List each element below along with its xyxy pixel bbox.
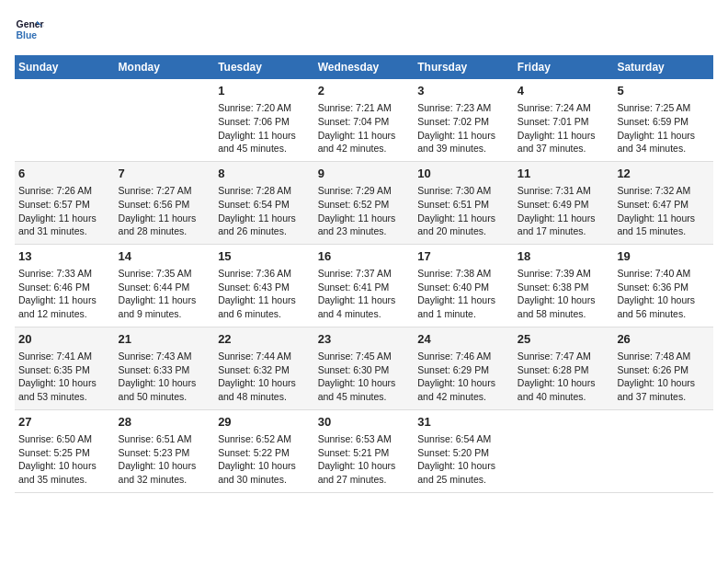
calendar-cell: 23Sunrise: 7:45 AM Sunset: 6:30 PM Dayli… bbox=[314, 327, 415, 409]
weekday-header: Wednesday bbox=[314, 55, 415, 79]
day-number: 19 bbox=[617, 248, 710, 265]
day-number: 12 bbox=[617, 166, 710, 182]
day-number: 16 bbox=[318, 248, 411, 265]
calendar-cell: 14Sunrise: 7:35 AM Sunset: 6:44 PM Dayli… bbox=[115, 244, 215, 327]
calendar-cell: 2Sunrise: 7:21 AM Sunset: 7:04 PM Daylig… bbox=[314, 79, 415, 161]
day-number: 22 bbox=[218, 331, 311, 348]
day-number: 25 bbox=[518, 331, 610, 348]
day-number: 13 bbox=[18, 248, 111, 265]
calendar-cell: 27Sunrise: 6:50 AM Sunset: 5:25 PM Dayli… bbox=[15, 409, 115, 492]
day-info: Sunrise: 7:33 AM Sunset: 6:46 PM Dayligh… bbox=[18, 267, 111, 321]
calendar-cell: 15Sunrise: 7:36 AM Sunset: 6:43 PM Dayli… bbox=[214, 244, 314, 327]
calendar-cell: 31Sunrise: 6:54 AM Sunset: 5:20 PM Dayli… bbox=[414, 409, 514, 492]
calendar-cell: 10Sunrise: 7:30 AM Sunset: 6:51 PM Dayli… bbox=[414, 161, 514, 244]
day-info: Sunrise: 7:29 AM Sunset: 6:52 PM Dayligh… bbox=[318, 184, 411, 238]
day-number: 15 bbox=[218, 248, 311, 265]
day-info: Sunrise: 7:31 AM Sunset: 6:49 PM Dayligh… bbox=[518, 184, 610, 238]
day-info: Sunrise: 7:27 AM Sunset: 6:56 PM Dayligh… bbox=[119, 184, 211, 238]
calendar-cell bbox=[514, 409, 614, 492]
calendar-cell: 5Sunrise: 7:25 AM Sunset: 6:59 PM Daylig… bbox=[613, 79, 713, 161]
calendar-cell: 8Sunrise: 7:28 AM Sunset: 6:54 PM Daylig… bbox=[214, 161, 314, 244]
day-info: Sunrise: 7:38 AM Sunset: 6:40 PM Dayligh… bbox=[417, 267, 510, 321]
day-number: 7 bbox=[119, 166, 211, 182]
weekday-header: Thursday bbox=[414, 55, 514, 79]
calendar-cell: 28Sunrise: 6:51 AM Sunset: 5:23 PM Dayli… bbox=[115, 409, 215, 492]
day-info: Sunrise: 6:50 AM Sunset: 5:25 PM Dayligh… bbox=[18, 432, 111, 487]
calendar-cell: 13Sunrise: 7:33 AM Sunset: 6:46 PM Dayli… bbox=[15, 244, 115, 327]
day-info: Sunrise: 7:36 AM Sunset: 6:43 PM Dayligh… bbox=[218, 267, 311, 321]
weekday-header: Sunday bbox=[15, 55, 115, 79]
day-info: Sunrise: 7:48 AM Sunset: 6:26 PM Dayligh… bbox=[617, 350, 710, 404]
day-info: Sunrise: 7:35 AM Sunset: 6:44 PM Dayligh… bbox=[119, 267, 211, 321]
calendar-cell: 25Sunrise: 7:47 AM Sunset: 6:28 PM Dayli… bbox=[514, 327, 614, 409]
day-number: 4 bbox=[518, 83, 610, 99]
day-info: Sunrise: 7:40 AM Sunset: 6:36 PM Dayligh… bbox=[617, 267, 710, 321]
day-number: 9 bbox=[318, 166, 411, 182]
calendar-cell: 1Sunrise: 7:20 AM Sunset: 7:06 PM Daylig… bbox=[214, 79, 314, 161]
calendar-cell: 24Sunrise: 7:46 AM Sunset: 6:29 PM Dayli… bbox=[414, 327, 514, 409]
calendar-cell: 16Sunrise: 7:37 AM Sunset: 6:41 PM Dayli… bbox=[314, 244, 415, 327]
calendar-cell: 3Sunrise: 7:23 AM Sunset: 7:02 PM Daylig… bbox=[414, 79, 514, 161]
day-info: Sunrise: 6:52 AM Sunset: 5:22 PM Dayligh… bbox=[218, 432, 311, 487]
day-info: Sunrise: 7:30 AM Sunset: 6:51 PM Dayligh… bbox=[417, 184, 510, 238]
day-info: Sunrise: 7:20 AM Sunset: 7:06 PM Dayligh… bbox=[218, 101, 311, 155]
svg-text:Blue: Blue bbox=[17, 30, 38, 40]
day-info: Sunrise: 7:21 AM Sunset: 7:04 PM Dayligh… bbox=[318, 101, 411, 155]
day-info: Sunrise: 6:53 AM Sunset: 5:21 PM Dayligh… bbox=[318, 432, 411, 487]
logo-icon: General Blue bbox=[15, 15, 44, 44]
calendar-cell: 18Sunrise: 7:39 AM Sunset: 6:38 PM Dayli… bbox=[514, 244, 614, 327]
day-info: Sunrise: 7:32 AM Sunset: 6:47 PM Dayligh… bbox=[617, 184, 710, 238]
day-info: Sunrise: 7:26 AM Sunset: 6:57 PM Dayligh… bbox=[18, 184, 111, 238]
day-number: 26 bbox=[617, 331, 710, 348]
day-number: 28 bbox=[119, 414, 211, 431]
calendar-week-row: 20Sunrise: 7:41 AM Sunset: 6:35 PM Dayli… bbox=[15, 327, 713, 409]
day-number: 5 bbox=[617, 83, 710, 99]
calendar-cell: 6Sunrise: 7:26 AM Sunset: 6:57 PM Daylig… bbox=[15, 161, 115, 244]
calendar-cell: 17Sunrise: 7:38 AM Sunset: 6:40 PM Dayli… bbox=[414, 244, 514, 327]
calendar-cell: 12Sunrise: 7:32 AM Sunset: 6:47 PM Dayli… bbox=[613, 161, 713, 244]
day-number: 6 bbox=[18, 166, 111, 182]
calendar-cell: 7Sunrise: 7:27 AM Sunset: 6:56 PM Daylig… bbox=[115, 161, 215, 244]
calendar-table: SundayMondayTuesdayWednesdayThursdayFrid… bbox=[15, 55, 713, 493]
day-info: Sunrise: 7:28 AM Sunset: 6:54 PM Dayligh… bbox=[218, 184, 311, 238]
day-number: 29 bbox=[218, 414, 311, 431]
day-number: 20 bbox=[18, 331, 111, 348]
calendar-week-row: 27Sunrise: 6:50 AM Sunset: 5:25 PM Dayli… bbox=[15, 409, 713, 492]
day-number: 21 bbox=[119, 331, 211, 348]
calendar-week-row: 6Sunrise: 7:26 AM Sunset: 6:57 PM Daylig… bbox=[15, 161, 713, 244]
day-info: Sunrise: 7:24 AM Sunset: 7:01 PM Dayligh… bbox=[518, 101, 610, 155]
calendar-cell: 22Sunrise: 7:44 AM Sunset: 6:32 PM Dayli… bbox=[214, 327, 314, 409]
day-number: 27 bbox=[18, 414, 111, 431]
calendar-cell: 30Sunrise: 6:53 AM Sunset: 5:21 PM Dayli… bbox=[314, 409, 415, 492]
day-number: 8 bbox=[218, 166, 311, 182]
day-number: 17 bbox=[417, 248, 510, 265]
day-number: 18 bbox=[518, 248, 610, 265]
calendar-cell: 19Sunrise: 7:40 AM Sunset: 6:36 PM Dayli… bbox=[613, 244, 713, 327]
calendar-cell: 29Sunrise: 6:52 AM Sunset: 5:22 PM Dayli… bbox=[214, 409, 314, 492]
day-info: Sunrise: 7:25 AM Sunset: 6:59 PM Dayligh… bbox=[617, 101, 710, 155]
calendar-week-row: 13Sunrise: 7:33 AM Sunset: 6:46 PM Dayli… bbox=[15, 244, 713, 327]
calendar-cell bbox=[613, 409, 713, 492]
day-number: 30 bbox=[318, 414, 411, 431]
weekday-header: Tuesday bbox=[214, 55, 314, 79]
day-info: Sunrise: 7:23 AM Sunset: 7:02 PM Dayligh… bbox=[417, 101, 510, 155]
calendar-header-row: SundayMondayTuesdayWednesdayThursdayFrid… bbox=[15, 55, 713, 79]
calendar-cell bbox=[115, 79, 215, 161]
day-info: Sunrise: 7:43 AM Sunset: 6:33 PM Dayligh… bbox=[119, 350, 211, 404]
calendar-cell: 11Sunrise: 7:31 AM Sunset: 6:49 PM Dayli… bbox=[514, 161, 614, 244]
day-info: Sunrise: 7:37 AM Sunset: 6:41 PM Dayligh… bbox=[318, 267, 411, 321]
calendar-cell: 9Sunrise: 7:29 AM Sunset: 6:52 PM Daylig… bbox=[314, 161, 415, 244]
day-info: Sunrise: 7:39 AM Sunset: 6:38 PM Dayligh… bbox=[518, 267, 610, 321]
calendar-cell bbox=[15, 79, 115, 161]
day-number: 10 bbox=[417, 166, 510, 182]
day-number: 3 bbox=[417, 83, 510, 99]
logo: General Blue bbox=[15, 15, 48, 44]
weekday-header: Saturday bbox=[613, 55, 713, 79]
day-info: Sunrise: 7:46 AM Sunset: 6:29 PM Dayligh… bbox=[417, 350, 510, 404]
day-number: 31 bbox=[417, 414, 510, 431]
calendar-cell: 4Sunrise: 7:24 AM Sunset: 7:01 PM Daylig… bbox=[514, 79, 614, 161]
day-info: Sunrise: 7:44 AM Sunset: 6:32 PM Dayligh… bbox=[218, 350, 311, 404]
day-info: Sunrise: 7:47 AM Sunset: 6:28 PM Dayligh… bbox=[518, 350, 610, 404]
calendar-week-row: 1Sunrise: 7:20 AM Sunset: 7:06 PM Daylig… bbox=[15, 79, 713, 161]
day-number: 11 bbox=[518, 166, 610, 182]
